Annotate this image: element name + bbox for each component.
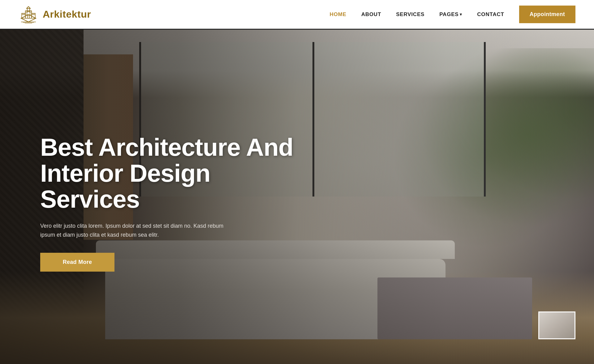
svg-rect-4 [26,14,28,15]
logo-icon [19,5,38,24]
svg-rect-6 [28,16,29,18]
nav-contact[interactable]: CONTACT [477,11,504,18]
nav-services[interactable]: SERVICES [396,11,424,18]
hero-content: Best Architecture And Interior Design Se… [0,30,594,364]
svg-rect-11 [24,14,25,15]
hero-subtitle: Vero elitr justo clita lorem. Ipsum dolo… [40,222,226,239]
svg-marker-8 [27,6,30,8]
read-more-button[interactable]: Read More [40,253,114,272]
logo-link[interactable]: Arkitektur [19,5,91,24]
svg-rect-10 [22,14,23,15]
thumbnail-image [539,312,575,338]
brand-name: Arkitektur [43,9,91,20]
svg-rect-5 [29,14,31,15]
nav-links: HOME ABOUT SERVICES PAGES ▾ CONTACT Appo… [329,6,575,23]
svg-rect-14 [34,14,35,15]
hero-thumbnail [538,311,575,339]
svg-rect-3 [29,12,31,13]
appointment-button[interactable]: Appointment [519,6,575,23]
svg-rect-13 [32,14,33,15]
nav-home[interactable]: HOME [329,11,346,18]
navbar: Arkitektur HOME ABOUT SERVICES PAGES ▾ C… [0,0,594,30]
hero-section: Best Architecture And Interior Design Se… [0,30,594,364]
nav-pages[interactable]: PAGES ▾ [439,11,462,18]
hero-title: Best Architecture And Interior Design Se… [40,134,294,212]
svg-rect-2 [26,12,28,13]
chevron-down-icon: ▾ [460,12,462,17]
nav-about[interactable]: ABOUT [361,11,381,18]
